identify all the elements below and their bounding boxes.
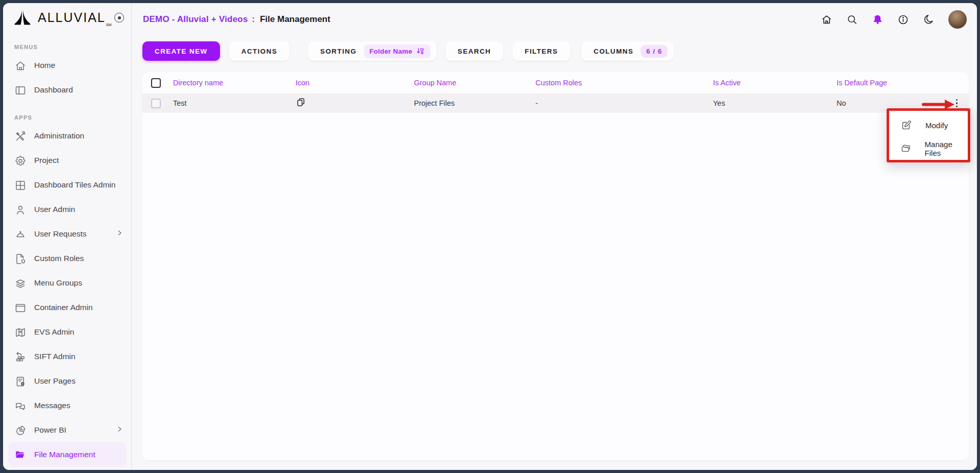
cell-icon bbox=[296, 97, 414, 109]
gear-icon bbox=[14, 155, 26, 166]
sidebar-item-user-admin[interactable]: User Admin bbox=[3, 197, 131, 222]
cell-is-default-page: No bbox=[837, 99, 932, 107]
brand-header: ALLUVIAL SM bbox=[3, 3, 131, 32]
copy-icon bbox=[296, 97, 306, 108]
row-context-menu: Modify Manage Files bbox=[887, 108, 970, 162]
chevron-right-icon bbox=[116, 229, 123, 239]
breadcrumb-context: DEMO - Alluvial + Videos bbox=[143, 14, 248, 25]
main-content: DEMO - Alluvial + Videos : File Manageme… bbox=[132, 3, 977, 470]
sorting-button[interactable]: SORTING Folder Name bbox=[308, 41, 436, 61]
brand-suffix: SM bbox=[106, 23, 112, 27]
row-checkbox[interactable] bbox=[151, 99, 161, 108]
context-menu-item-manage-files[interactable]: Manage Files bbox=[889, 137, 968, 160]
sort-icon bbox=[416, 47, 425, 56]
home-icon bbox=[14, 60, 26, 71]
sidebar-item-container-admin[interactable]: Container Admin bbox=[3, 295, 131, 320]
sidebar-item-administration[interactable]: Administration bbox=[3, 124, 131, 148]
chat-bubbles-icon bbox=[14, 400, 26, 411]
sidebar-item-user-requests[interactable]: User Requests bbox=[3, 222, 131, 246]
window-icon bbox=[14, 302, 26, 313]
sidebar-item-project[interactable]: Project bbox=[3, 148, 131, 173]
grid-tiles-icon bbox=[14, 179, 26, 191]
search-icon[interactable] bbox=[846, 14, 858, 26]
cell-group-name: Project Files bbox=[414, 99, 535, 107]
column-header-directory-name[interactable]: Directory name bbox=[173, 79, 296, 87]
search-button[interactable]: SEARCH bbox=[446, 41, 503, 61]
sidebar: ALLUVIAL SM MENUS Home Dashboard APPS Ad… bbox=[3, 3, 132, 470]
sidebar-section-apps: APPS bbox=[14, 111, 131, 124]
sorting-label: SORTING bbox=[320, 48, 356, 55]
sidebar-section-menus: MENUS bbox=[14, 41, 131, 53]
user-avatar[interactable] bbox=[948, 10, 967, 29]
column-header-custom-roles[interactable]: Custom Roles bbox=[535, 79, 713, 87]
cloche-bell-icon bbox=[14, 228, 26, 240]
edit-pencil-icon bbox=[900, 120, 912, 131]
home-icon[interactable] bbox=[821, 14, 832, 26]
file-shield-icon bbox=[14, 253, 26, 264]
tools-icon bbox=[14, 130, 26, 141]
sidebar-item-dashboard[interactable]: Dashboard bbox=[3, 78, 131, 102]
notifications-bell-icon[interactable] bbox=[872, 14, 884, 26]
document-info-icon bbox=[14, 375, 26, 387]
create-new-button[interactable]: CREATE NEW bbox=[142, 41, 220, 61]
cell-is-active: Yes bbox=[713, 99, 837, 107]
actions-button[interactable]: ACTIONS bbox=[229, 41, 290, 61]
alluvial-logo-icon bbox=[12, 7, 33, 28]
sidebar-item-evs-admin[interactable]: EVS Admin bbox=[3, 320, 131, 344]
sorting-value: Folder Name bbox=[370, 48, 412, 55]
column-header-is-active[interactable]: Is Active bbox=[713, 79, 837, 87]
sidebar-item-power-bi[interactable]: Power BI bbox=[3, 418, 131, 442]
column-header-icon[interactable]: Icon bbox=[296, 79, 414, 87]
cell-directory-name: Test bbox=[173, 99, 296, 107]
sidebar-item-translations[interactable]: Translations bbox=[3, 467, 131, 470]
toolbar: CREATE NEW ACTIONS SORTING Folder Name S… bbox=[132, 33, 977, 61]
layers-icon bbox=[14, 277, 26, 289]
pie-chart-icon bbox=[14, 424, 26, 436]
sidebar-item-messages[interactable]: Messages bbox=[3, 393, 131, 418]
info-icon[interactable] bbox=[897, 14, 909, 26]
select-all-checkbox[interactable] bbox=[151, 78, 161, 88]
filters-button[interactable]: FILTERS bbox=[512, 41, 570, 61]
dark-mode-moon-icon[interactable] bbox=[923, 14, 935, 26]
chevron-right-icon bbox=[116, 425, 123, 435]
sidebar-item-user-pages[interactable]: User Pages bbox=[3, 369, 131, 393]
sidebar-item-sift-admin[interactable]: SIFT Admin bbox=[3, 344, 131, 369]
breadcrumb-separator: : bbox=[252, 14, 255, 25]
topbar-icons bbox=[821, 10, 967, 29]
folder-icon bbox=[14, 449, 26, 460]
sidebar-item-custom-roles[interactable]: Custom Roles bbox=[3, 246, 131, 271]
app-window: ALLUVIAL SM MENUS Home Dashboard APPS Ad… bbox=[3, 3, 977, 470]
sidebar-item-dashboard-tiles-admin[interactable]: Dashboard Tiles Admin bbox=[3, 173, 131, 197]
sorting-chip: Folder Name bbox=[364, 44, 430, 58]
columns-button[interactable]: COLUMNS 6 / 6 bbox=[581, 41, 674, 61]
sidebar-collapse-toggle-icon[interactable] bbox=[114, 13, 124, 22]
row-actions-kebab-icon[interactable] bbox=[953, 97, 961, 110]
column-header-is-default-page[interactable]: Is Default Page bbox=[837, 79, 932, 87]
page-title: File Management bbox=[260, 14, 330, 25]
file-table-card: Directory name Icon Group Name Custom Ro… bbox=[142, 72, 969, 460]
columns-label: COLUMNS bbox=[594, 48, 633, 55]
sidebar-item-file-management[interactable]: File Management bbox=[8, 442, 126, 467]
columns-count-badge: 6 / 6 bbox=[641, 45, 668, 58]
cell-custom-roles: - bbox=[535, 99, 713, 107]
user-icon bbox=[14, 204, 26, 215]
blocks-arrow-icon bbox=[14, 351, 26, 362]
map-pin-icon bbox=[14, 326, 26, 338]
topbar: DEMO - Alluvial + Videos : File Manageme… bbox=[132, 3, 977, 33]
sidebar-item-home[interactable]: Home bbox=[3, 53, 131, 78]
sidebar-item-menu-groups[interactable]: Menu Groups bbox=[3, 271, 131, 295]
table-row[interactable]: Test Project Files - Yes No bbox=[142, 93, 969, 113]
dashboard-panel-icon bbox=[14, 84, 26, 96]
table-header-row: Directory name Icon Group Name Custom Ro… bbox=[142, 72, 969, 93]
brand-name: ALLUVIAL bbox=[38, 10, 106, 25]
folders-icon bbox=[900, 143, 912, 154]
column-header-group-name[interactable]: Group Name bbox=[414, 79, 535, 87]
context-menu-item-modify[interactable]: Modify bbox=[889, 114, 968, 137]
